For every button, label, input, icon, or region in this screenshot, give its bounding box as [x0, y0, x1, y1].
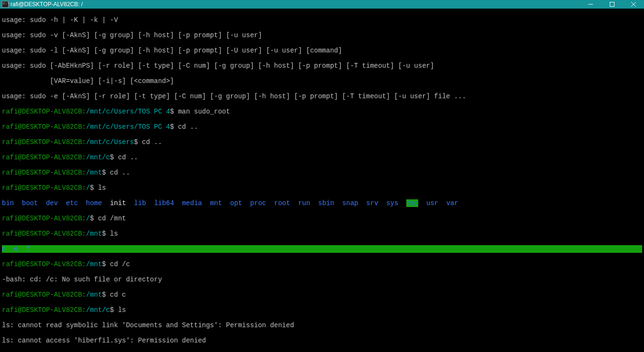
terminal-output[interactable]: usage: sudo -h | -K | -k | -V usage: sud… [0, 9, 644, 352]
error-output: ls: cannot access 'hiberfil.sys': Permis… [2, 337, 642, 344]
sudo-usage: [VAR=value] [-i|-s] [<command>] [2, 77, 642, 85]
sudo-usage: usage: sudo -v [-AknS] [-g group] [-h ho… [2, 31, 642, 39]
prompt-line: rafi@DESKTOP-ALV82CB:/mnt/c/Users/TOS PC… [2, 123, 642, 131]
ls-mnt: c e f [2, 245, 642, 253]
terminal-icon: c:\ [2, 1, 9, 8]
maximize-button[interactable] [601, 0, 623, 9]
svg-rect-1 [610, 2, 614, 7]
title-left: c:\ rafi@DESKTOP-ALV82CB: / [2, 0, 83, 8]
sudo-usage: usage: sudo -h | -K | -k | -V [2, 16, 642, 24]
prompt-line: rafi@DESKTOP-ALV82CB:/mnt/c$ cd .. [2, 154, 642, 161]
error-output: -bash: cd: /c: No such file or directory [2, 276, 642, 283]
prompt-line: rafi@DESKTOP-ALV82CB:/mnt/c$ ls [2, 306, 642, 314]
sudo-usage: usage: sudo [-AbEHknPS] [-r role] [-t ty… [2, 62, 642, 70]
close-button[interactable] [623, 0, 644, 9]
prompt-line: rafi@DESKTOP-ALV82CB:/mnt/c/Users$ cd .. [2, 138, 642, 146]
user-host: rafi@DESKTOP-ALV82CB [2, 108, 82, 115]
cwd: /mnt/c/Users/TOS PC 4 [86, 108, 170, 115]
prompt-line: rafi@DESKTOP-ALV82CB:/mnt/c/Users/TOS PC… [2, 108, 642, 115]
prompt-line: rafi@DESKTOP-ALV82CB:/mnt$ ls [2, 230, 642, 238]
error-output: ls: cannot read symbolic link 'Documents… [2, 321, 642, 329]
prompt-line: rafi@DESKTOP-ALV82CB:/$ cd /mnt [2, 215, 642, 222]
sudo-usage: usage: sudo -l [-AknS] [-g group] [-h ho… [2, 47, 642, 54]
minimize-button[interactable] [580, 0, 601, 9]
window-title: rafi@DESKTOP-ALV82CB: / [10, 0, 83, 8]
window-controls [580, 0, 644, 9]
command: man sudo_root [178, 108, 230, 115]
prompt-line: rafi@DESKTOP-ALV82CB:/mnt$ cd /c [2, 260, 642, 268]
prompt-line: rafi@DESKTOP-ALV82CB:/mnt$ cd .. [2, 169, 642, 176]
prompt-line: rafi@DESKTOP-ALV82CB:/mnt$ cd c [2, 291, 642, 299]
title-bar: c:\ rafi@DESKTOP-ALV82CB: / [0, 0, 644, 9]
ls-root: bin boot dev etc home init lib lib64 med… [2, 199, 642, 207]
prompt-line: rafi@DESKTOP-ALV82CB:/$ ls [2, 184, 642, 192]
sudo-usage: usage: sudo -e [-AknS] [-r role] [-t typ… [2, 93, 642, 100]
